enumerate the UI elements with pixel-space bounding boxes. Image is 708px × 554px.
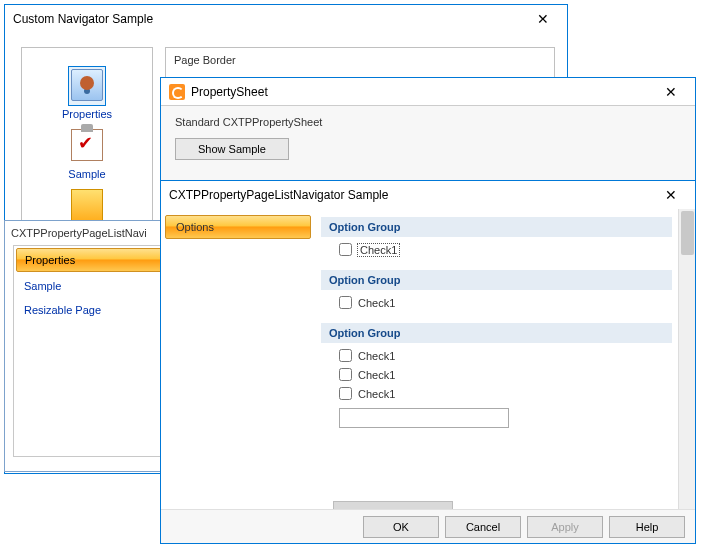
ok-button[interactable]: OK	[363, 516, 439, 538]
check-label: Check1	[358, 244, 399, 256]
nav-label: Sample	[22, 168, 152, 180]
app-icon	[169, 84, 185, 100]
sidebar-item-options[interactable]: Options	[165, 215, 311, 239]
show-sample-button[interactable]: Show Sample	[175, 138, 289, 160]
option-group: Option Group Check1	[321, 217, 672, 256]
close-icon[interactable]: ✕	[655, 183, 687, 207]
window-title: PropertySheet	[191, 85, 655, 99]
option-group: Option Group Check1	[321, 270, 672, 309]
checkbox[interactable]	[339, 349, 352, 362]
check-row[interactable]: Check1	[339, 387, 672, 400]
subtitle: Standard CXTPPropertySheet	[175, 116, 681, 128]
text-input[interactable]	[339, 408, 509, 428]
checkbox[interactable]	[339, 368, 352, 381]
group-header: Option Group	[321, 217, 672, 237]
list-navigator-sample-window: CXTPPropertyPageListNavigator Sample ✕ O…	[160, 180, 696, 544]
window-title: CXTPPropertyPageListNavigator Sample	[169, 188, 655, 202]
properties-icon	[71, 69, 103, 101]
content-area: Option Group Check1 Option Group Check1 …	[315, 209, 678, 509]
group-header: Option Group	[321, 323, 672, 343]
check-label: Check1	[358, 369, 395, 381]
checkbox[interactable]	[339, 387, 352, 400]
partial-element	[333, 501, 453, 509]
titlebar[interactable]: CXTPPropertyPageListNavigator Sample ✕	[161, 181, 695, 209]
apply-button: Apply	[527, 516, 603, 538]
option-group: Option Group Check1 Check1 Check1	[321, 323, 672, 428]
checkbox[interactable]	[339, 296, 352, 309]
check-row[interactable]: Check1	[339, 243, 672, 256]
check-label: Check1	[358, 388, 395, 400]
check-row[interactable]: Check1	[339, 349, 672, 362]
check-label: Check1	[358, 350, 395, 362]
titlebar[interactable]: PropertySheet ✕	[161, 78, 695, 106]
scrollbar[interactable]	[678, 209, 695, 509]
nav-item-sample[interactable]: Sample	[22, 126, 152, 180]
sidebar: Options	[161, 209, 315, 509]
check-label: Check1	[358, 297, 395, 309]
cancel-button[interactable]: Cancel	[445, 516, 521, 538]
resizable-icon	[71, 189, 103, 221]
help-button[interactable]: Help	[609, 516, 685, 538]
nav-label: Properties	[22, 108, 152, 120]
window-title: Custom Navigator Sample	[13, 12, 527, 26]
check-row[interactable]: Check1	[339, 368, 672, 381]
button-row: OK Cancel Apply Help	[161, 509, 695, 543]
check-row[interactable]: Check1	[339, 296, 672, 309]
sample-icon	[71, 129, 103, 161]
titlebar[interactable]: Custom Navigator Sample ✕	[5, 5, 567, 33]
nav-item-properties[interactable]: Properties	[22, 66, 152, 120]
close-icon[interactable]: ✕	[527, 7, 559, 31]
propertysheet-window: PropertySheet ✕ Standard CXTPPropertyShe…	[160, 77, 696, 193]
group-header: Option Group	[321, 270, 672, 290]
checkbox[interactable]	[339, 243, 352, 256]
close-icon[interactable]: ✕	[655, 80, 687, 104]
